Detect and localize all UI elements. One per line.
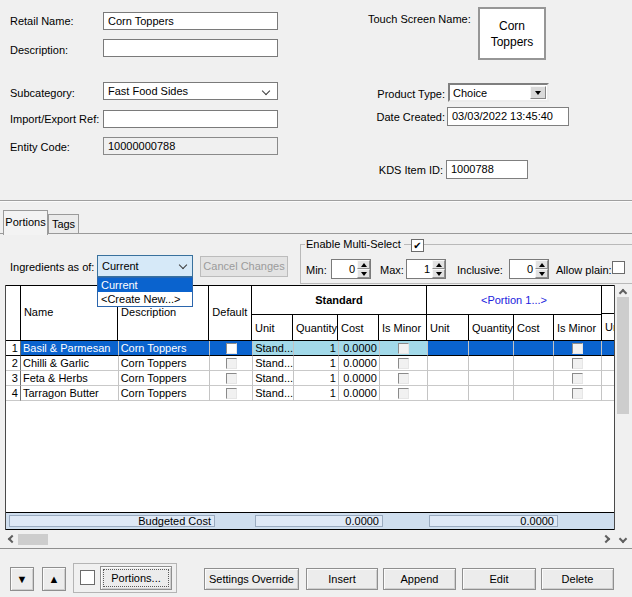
dropdown-option-create-new[interactable]: <Create New...> <box>98 292 192 306</box>
column-header-is-minor: Is Minor <box>379 315 427 340</box>
spin-down-button[interactable] <box>432 269 445 278</box>
cell-unit[interactable] <box>428 356 470 371</box>
cell-quantity[interactable] <box>469 356 514 371</box>
table-row[interactable]: 3 Feta & Herbs Corn Toppers Stand... 1 0… <box>6 371 614 386</box>
horizontal-scrollbar[interactable] <box>5 532 615 547</box>
cell-name[interactable]: Feta & Herbs <box>21 371 119 386</box>
max-stepper[interactable]: 1 <box>406 259 446 279</box>
cell-name[interactable]: Chilli & Garlic <box>21 356 119 371</box>
allow-plain-checkbox[interactable] <box>612 261 625 274</box>
is-minor-checkbox[interactable] <box>398 373 409 384</box>
product-type-dropdown[interactable]: Choice <box>448 83 549 102</box>
tab-portions[interactable]: Portions <box>3 210 48 235</box>
touch-screen-name-line2: Toppers <box>491 34 534 50</box>
column-header-is-minor: Is Minor <box>554 315 602 340</box>
cell-cost[interactable]: 0.0000 <box>339 341 380 356</box>
cell-cost[interactable] <box>514 356 554 371</box>
cell-cost[interactable]: 0.0000 <box>339 356 380 371</box>
cell-quantity[interactable] <box>469 386 514 401</box>
cell-description[interactable]: Corn Toppers <box>119 386 211 401</box>
vertical-scrollbar[interactable] <box>615 285 631 547</box>
cell-name[interactable]: Tarragon Butter <box>21 386 119 401</box>
default-checkbox[interactable] <box>226 373 237 384</box>
spin-down-button[interactable] <box>357 269 370 278</box>
portions-button[interactable]: Portions... <box>100 566 172 590</box>
enable-multi-select-checkbox[interactable]: ✔ <box>411 239 424 252</box>
cell-quantity[interactable] <box>469 371 514 386</box>
table-row[interactable]: 4 Tarragon Butter Corn Toppers Stand... … <box>6 386 614 401</box>
cell-unit[interactable]: Stand... <box>253 371 294 386</box>
section-divider <box>0 200 632 202</box>
cell-unit[interactable]: Stand... <box>253 356 294 371</box>
move-down-button[interactable]: ▼ <box>10 567 34 591</box>
cell-unit[interactable] <box>428 371 470 386</box>
spin-up-button[interactable] <box>432 260 445 269</box>
tab-tags[interactable]: Tags <box>48 214 79 234</box>
cell-unit[interactable] <box>428 341 470 356</box>
caret-down-icon <box>535 91 541 95</box>
is-minor-checkbox[interactable] <box>572 388 583 399</box>
cell-quantity[interactable]: 1 <box>294 371 339 386</box>
touch-screen-name-preview[interactable]: Corn Toppers <box>478 7 546 60</box>
is-minor-checkbox[interactable] <box>398 343 409 354</box>
description-label: Description: <box>10 44 68 56</box>
is-minor-checkbox[interactable] <box>572 373 583 384</box>
scroll-left-icon[interactable] <box>8 535 16 543</box>
spin-up-button[interactable] <box>535 260 548 269</box>
group-header-portion-1[interactable]: <Portion 1...> <box>427 286 602 315</box>
append-button[interactable]: Append <box>383 568 456 590</box>
portions-checkbox[interactable] <box>80 570 95 585</box>
cell-description[interactable]: Corn Toppers <box>119 341 211 356</box>
cell-unit[interactable]: Stand... <box>253 341 294 356</box>
delete-button[interactable]: Delete <box>541 568 614 590</box>
cell-unit[interactable]: Stand... <box>253 386 294 401</box>
inclusive-stepper[interactable]: 0 <box>509 259 549 279</box>
cancel-changes-button[interactable]: Cancel Changes <box>200 256 288 277</box>
settings-override-button[interactable]: Settings Override <box>204 568 299 590</box>
product-editor-window: Retail Name: Description: Subcategory: F… <box>0 0 632 597</box>
edit-button[interactable]: Edit <box>462 568 536 590</box>
cell-unit[interactable] <box>428 386 470 401</box>
cell-overflow <box>602 341 614 356</box>
min-stepper[interactable]: 0 <box>331 259 371 279</box>
scroll-down-icon[interactable] <box>619 535 627 543</box>
column-header-overflow: Un <box>602 314 614 340</box>
cell-cost[interactable]: 0.0000 <box>339 386 380 401</box>
subcategory-dropdown[interactable]: Fast Food Sides <box>103 82 278 100</box>
dropdown-arrow-button[interactable] <box>530 86 546 99</box>
is-minor-checkbox[interactable] <box>398 388 409 399</box>
insert-button[interactable]: Insert <box>306 568 378 590</box>
scroll-right-icon[interactable] <box>602 535 610 543</box>
retail-name-input[interactable] <box>103 12 278 30</box>
ingredients-as-of-dropdown[interactable]: Current <box>97 255 193 277</box>
default-checkbox[interactable] <box>226 358 237 369</box>
spin-down-button[interactable] <box>535 269 548 278</box>
cell-cost[interactable]: 0.0000 <box>339 371 380 386</box>
cell-quantity[interactable]: 1 <box>294 356 339 371</box>
min-value: 0 <box>332 260 357 278</box>
is-minor-checkbox[interactable] <box>572 343 583 354</box>
vertical-scrollbar-thumb[interactable] <box>617 297 629 414</box>
default-checkbox[interactable] <box>226 388 237 399</box>
cell-cost[interactable] <box>514 371 554 386</box>
is-minor-checkbox[interactable] <box>398 358 409 369</box>
cell-cost[interactable] <box>514 386 554 401</box>
cell-quantity[interactable]: 1 <box>294 386 339 401</box>
cell-name[interactable]: Basil & Parmesan <box>21 341 119 356</box>
table-row[interactable]: 2 Chilli & Garlic Corn Toppers Stand... … <box>6 356 614 371</box>
cell-quantity[interactable]: 1 <box>294 341 339 356</box>
scroll-up-icon[interactable] <box>619 289 627 297</box>
default-checkbox[interactable] <box>226 343 237 354</box>
table-row[interactable]: 1 Basil & Parmesan Corn Toppers Stand...… <box>6 341 614 356</box>
dropdown-option-current[interactable]: Current <box>98 278 192 292</box>
spin-up-button[interactable] <box>357 260 370 269</box>
move-up-button[interactable]: ▲ <box>42 567 66 591</box>
horizontal-scrollbar-thumb[interactable] <box>18 534 48 545</box>
cell-cost[interactable] <box>514 341 554 356</box>
cell-quantity[interactable] <box>469 341 514 356</box>
cell-description[interactable]: Corn Toppers <box>119 371 211 386</box>
is-minor-checkbox[interactable] <box>572 358 583 369</box>
cell-description[interactable]: Corn Toppers <box>119 356 211 371</box>
import-export-ref-input[interactable] <box>103 110 278 128</box>
description-input[interactable] <box>103 39 278 57</box>
